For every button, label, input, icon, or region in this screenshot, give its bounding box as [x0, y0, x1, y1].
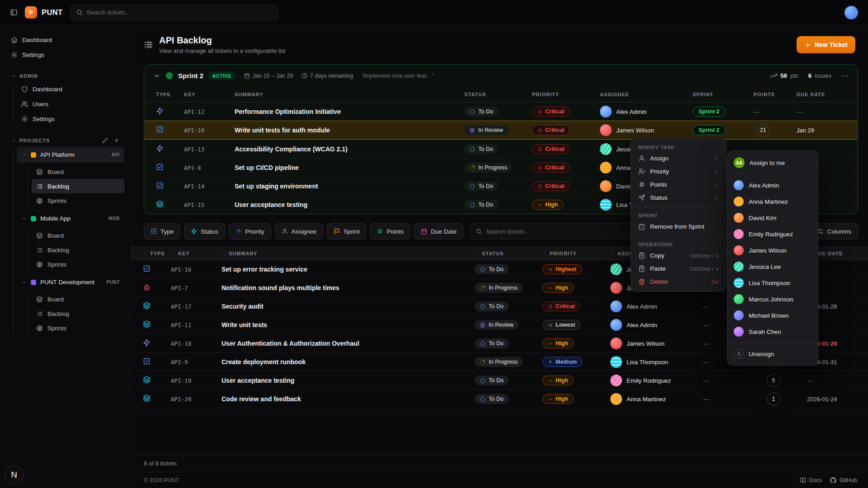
status-badge[interactable]: To Do	[475, 301, 509, 311]
filter-button-type[interactable]: Type	[144, 223, 180, 239]
menu-item-copy[interactable]: CopyCtrl/Cmd + C	[631, 249, 726, 262]
sprint-badge[interactable]: Sprint 2	[693, 107, 726, 117]
global-search-input[interactable]	[87, 9, 272, 16]
status-badge[interactable]: To Do	[464, 181, 498, 191]
filter-button-priority[interactable]: Priority	[229, 223, 271, 239]
filter-button-points[interactable]: Points	[370, 223, 410, 239]
sidebar-item-sprints[interactable]: Sprints	[32, 321, 124, 335]
project-api[interactable]: API PlatformAPI	[17, 147, 124, 163]
status-badge[interactable]: In Progress	[475, 357, 523, 367]
filter-button-sprint[interactable]: Sprint	[327, 223, 366, 239]
priority-badge[interactable]: High	[542, 338, 574, 348]
menu-item-remove-from-sprint[interactable]: Remove from Sprint	[631, 220, 726, 233]
menu-item-assignee-anna-martinez[interactable]: Anna Martinez	[727, 193, 818, 210]
global-search[interactable]	[70, 5, 278, 20]
priority-badge[interactable]: Medium	[542, 357, 582, 367]
sidebar-item-admin-users[interactable]: Users	[17, 97, 124, 112]
menu-item-assignee-david-kim[interactable]: David Kim	[727, 210, 818, 226]
priority-badge[interactable]: Critical	[532, 125, 570, 135]
sidebar-section-admin[interactable]: ADMIN	[6, 73, 124, 79]
menu-item-assign[interactable]: Assign	[631, 152, 726, 165]
priority-badge[interactable]: Lowest	[542, 320, 580, 330]
priority-badge[interactable]: Critical	[532, 181, 570, 191]
sidebar-toggle-icon[interactable]	[10, 9, 18, 16]
status-badge[interactable]: To Do	[475, 264, 509, 274]
filter-button-due-date[interactable]: Due Date	[414, 223, 463, 239]
priority-badge[interactable]: Highest	[542, 264, 582, 274]
priority-badge[interactable]: High	[542, 283, 574, 293]
sidebar-item-backlog[interactable]: Backlog	[32, 306, 124, 321]
drag-handle-icon[interactable]	[143, 251, 147, 256]
menu-item-assignee-alex-admin[interactable]: Alex Admin	[727, 177, 818, 193]
status-label: To Do	[478, 202, 493, 208]
drag-handle-icon[interactable]	[542, 251, 547, 256]
menu-item-assign-to-me[interactable]: AAAssign to me	[727, 154, 818, 171]
sidebar-item-admin-settings[interactable]: Settings	[17, 112, 124, 127]
status-badge[interactable]: In Progress	[464, 163, 512, 173]
sidebar-item-sprints[interactable]: Sprints	[32, 193, 124, 208]
priority-badge[interactable]: High	[542, 375, 574, 385]
sidebar-item-backlog[interactable]: Backlog	[32, 243, 124, 257]
sprint-badge[interactable]: Sprint 2	[693, 125, 726, 135]
table-row-api-20[interactable]: API-20Code review and feedbackTo DoHighA…	[131, 390, 868, 408]
sidebar-item-board[interactable]: Board	[32, 228, 124, 243]
menu-item-assignee-michael-brown[interactable]: Michael Brown	[727, 307, 818, 324]
sidebar-item-sprints[interactable]: Sprints	[32, 257, 124, 272]
priority-badge[interactable]: Critical	[532, 144, 570, 154]
drag-handle-icon[interactable]	[171, 251, 175, 256]
priority-badge[interactable]: High	[532, 200, 563, 210]
chevron-down-icon[interactable]	[153, 72, 160, 80]
status-badge[interactable]: To Do	[475, 338, 509, 348]
more-menu-icon[interactable]	[841, 72, 849, 80]
dev-badge[interactable]: N	[5, 465, 24, 484]
add-project-icon[interactable]	[113, 137, 120, 144]
user-avatar[interactable]	[844, 6, 858, 19]
drag-handle-icon[interactable]	[610, 251, 615, 256]
menu-item-assignee-jessica-lee[interactable]: Jessica Lee	[727, 258, 818, 275]
status-badge[interactable]: To Do	[475, 394, 509, 404]
status-badge[interactable]: In Review	[475, 320, 519, 330]
status-badge[interactable]: In Progress	[475, 283, 523, 293]
sidebar-item-settings[interactable]: Settings	[6, 47, 124, 62]
footer-link-docs[interactable]: Docs	[800, 477, 822, 483]
menu-item-assignee-james-wilson[interactable]: James Wilson	[727, 242, 818, 258]
menu-item-points[interactable]: Points	[631, 178, 726, 191]
menu-item-assignee-emily-rodriguez[interactable]: Emily Rodriguez	[727, 226, 818, 242]
table-row-api-19[interactable]: API-19User acceptance testingTo DoHighEm…	[131, 371, 868, 390]
sidebar-item-backlog[interactable]: Backlog	[32, 179, 124, 193]
priority-badge[interactable]: Critical	[542, 301, 580, 311]
priority-badge[interactable]: Critical	[532, 107, 570, 117]
drag-handle-icon[interactable]	[222, 251, 226, 256]
table-row-api-10[interactable]: API-10Write unit tests for auth moduleIn…	[144, 121, 858, 140]
menu-item-delete[interactable]: DeleteDel	[631, 275, 726, 288]
table-row-api-12[interactable]: API-12Performance Optimization Initiativ…	[144, 102, 858, 121]
drag-handle-icon[interactable]	[475, 251, 479, 256]
sprint-header[interactable]: Sprint 2 ACTIVE Jan 15 – Jan 29 7 days r…	[144, 65, 858, 87]
new-ticket-button[interactable]: New Ticket	[797, 36, 855, 53]
menu-item-priority[interactable]: Priority	[631, 165, 726, 178]
menu-item-assignee-lisa-thompson[interactable]: Lisa Thompson	[727, 275, 818, 291]
filter-button-status[interactable]: Status	[184, 223, 225, 239]
priority-badge[interactable]: Critical	[532, 163, 570, 173]
sidebar-section-projects[interactable]: PROJECTS	[6, 137, 124, 144]
filter-button-assignee[interactable]: Assignee	[275, 223, 324, 239]
sidebar-item-dashboard[interactable]: Dashboard	[6, 33, 124, 47]
status-badge[interactable]: In Review	[464, 125, 508, 135]
sidebar-item-admin-dashboard[interactable]: Dashboard	[17, 82, 124, 97]
status-badge[interactable]: To Do	[464, 200, 498, 210]
priority-badge[interactable]: High	[542, 394, 574, 404]
project-punt[interactable]: PUNT DevelopmentPUNT	[17, 274, 124, 290]
menu-item-assignee-marcus-johnson[interactable]: Marcus Johnson	[727, 291, 818, 307]
menu-item-paste[interactable]: PasteCtrl/Cmd + V	[631, 262, 726, 275]
menu-item-assignee-sarah-chen[interactable]: Sarah Chen	[727, 324, 818, 340]
menu-item-unassign[interactable]: Unassign	[727, 346, 818, 362]
project-mob[interactable]: Mobile AppMOB	[17, 211, 124, 226]
status-badge[interactable]: To Do	[464, 144, 498, 154]
edit-projects-icon[interactable]	[102, 137, 108, 143]
sidebar-item-board[interactable]: Board	[32, 164, 124, 179]
status-badge[interactable]: To Do	[475, 375, 509, 385]
menu-item-status[interactable]: Status	[631, 191, 726, 204]
sidebar-item-board[interactable]: Board	[32, 292, 124, 306]
status-badge[interactable]: To Do	[464, 107, 498, 117]
footer-link-github[interactable]: GitHub	[830, 477, 857, 483]
